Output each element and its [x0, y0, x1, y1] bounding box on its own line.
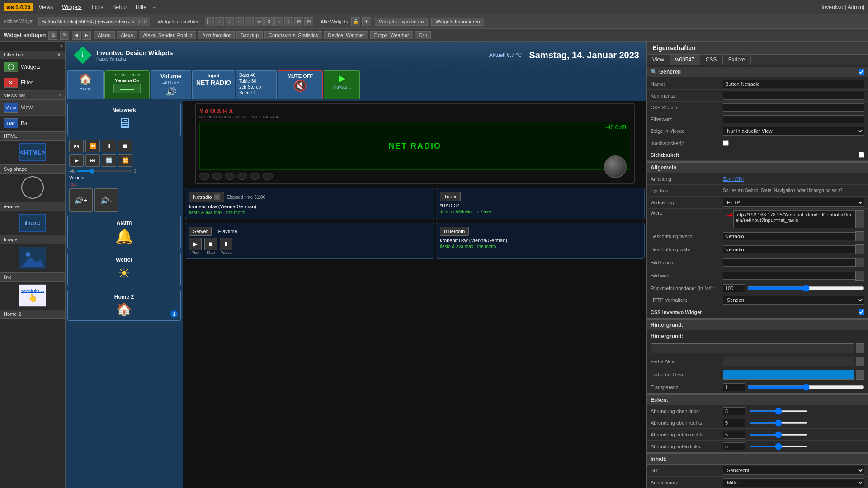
rueckmeldung-input[interactable]	[723, 284, 745, 292]
page-tab-alarm[interactable]: Alarm	[94, 31, 115, 39]
pause-button[interactable]: ⏸	[220, 238, 232, 250]
nav-btn-bass[interactable]: Bass 40 Table 30 2ch Stereo Scene 1	[236, 70, 277, 99]
transparenz-input[interactable]	[723, 383, 745, 391]
page-tab-alexa-sender[interactable]: Alexa_Sender_PopUp	[139, 31, 196, 39]
sidebar-toggle[interactable]: ⊞	[48, 31, 57, 40]
nav-btn-mute[interactable]: MUTE OFF 🔇	[278, 70, 323, 99]
align-btn-11[interactable]: ⊟	[304, 17, 313, 26]
netzwerk-box[interactable]: Netzwerk 🖥	[67, 103, 181, 136]
align-btn-6[interactable]: ⇔	[255, 17, 264, 26]
menu-views[interactable]: Views	[37, 3, 55, 11]
corner-ur-input[interactable]	[723, 431, 745, 439]
alle-lock-btn[interactable]: 🔒	[351, 17, 360, 26]
page-next[interactable]: ▶	[82, 31, 91, 40]
page-tab-dru[interactable]: Dru	[415, 31, 431, 39]
page-tab-corona[interactable]: Coronavirus_Statistics	[264, 31, 322, 39]
yamaha-btn-5[interactable]	[250, 173, 260, 180]
sichtbarkeit-checkbox[interactable]	[859, 152, 864, 158]
tab-css[interactable]: CSS	[700, 55, 723, 65]
tab-w00547[interactable]: w00547	[670, 55, 700, 65]
views-bar-x[interactable]: ×	[59, 93, 61, 98]
align-btn-4[interactable]: ←	[235, 17, 244, 26]
page-tab-device[interactable]: Device_Watcher	[324, 31, 368, 39]
align-btn-3[interactable]: ↓	[225, 17, 234, 26]
transparenz-slider[interactable]	[747, 384, 864, 391]
volume-track[interactable]	[77, 170, 132, 172]
page-tab-backtup[interactable]: Backtup	[236, 31, 263, 39]
page-tab-drops[interactable]: Drops_Weather	[370, 31, 413, 39]
menu-setup[interactable]: Setup	[111, 3, 128, 11]
css-inventwo-checkbox[interactable]	[859, 309, 864, 315]
widget-typ-select[interactable]: HTTP	[723, 198, 864, 207]
aktives-widget-copy[interactable]: ⊙	[136, 19, 140, 24]
bild-falsch-btn[interactable]: ...	[855, 258, 864, 267]
export-button[interactable]: Widgets Exportieren	[375, 18, 428, 26]
corner-or-slider[interactable]	[749, 422, 807, 424]
transport-shuffle[interactable]: 🔀	[118, 154, 132, 167]
filterwort-input[interactable]	[723, 115, 864, 123]
stop-button[interactable]: ⏹	[204, 238, 217, 250]
kommentar-input[interactable]	[723, 92, 864, 100]
farbe-aktiv-swatch[interactable]	[723, 357, 854, 366]
farbe-hover-btn[interactable]: ...	[856, 370, 864, 380]
corner-or-input[interactable]	[723, 419, 745, 427]
sidebar-item-filter[interactable]: ✕ Filter	[0, 75, 65, 91]
farbe-hover-swatch[interactable]	[723, 370, 854, 380]
css-klasse-input[interactable]	[723, 103, 864, 112]
page-tab-alexa[interactable]: Alexa	[117, 31, 137, 39]
nav-btn-volume[interactable]: Volume -40.0 dB 🔊	[151, 70, 191, 99]
alarm-box[interactable]: Alarm 🔔	[67, 216, 181, 249]
ausrichtung-select[interactable]: Mitte	[723, 478, 864, 487]
wetter-box[interactable]: Wetter ☀	[67, 253, 181, 286]
home2-box[interactable]: Home 2 🏠 ℹ	[67, 290, 181, 321]
hintergrund-color-swatch[interactable]	[651, 343, 854, 353]
beschriftung-falsch-input[interactable]	[723, 232, 855, 240]
align-btn-2[interactable]: ↑	[215, 17, 224, 26]
page-tab-anruf[interactable]: Anrufmonitor	[198, 31, 235, 39]
beschr-falsch-btn[interactable]: ...	[855, 231, 864, 241]
volume-thumb[interactable]	[90, 169, 94, 174]
stil-select[interactable]: Senkrecht	[723, 466, 864, 475]
tuner-btn[interactable]: Tuner	[440, 192, 461, 201]
image-icon-item[interactable]	[0, 244, 65, 272]
import-button[interactable]: Widgets Importieren	[431, 18, 484, 26]
http-verhalten-select[interactable]: Senden	[723, 296, 864, 305]
sidebar-view-item[interactable]: View View	[0, 100, 65, 116]
zeige-views-select[interactable]: Nur in aktueller View	[723, 127, 864, 136]
back-button[interactable]: ←	[152, 4, 157, 10]
corner-ul-input[interactable]	[723, 442, 745, 450]
transport-next[interactable]: ⏭	[85, 154, 100, 167]
align-btn-9[interactable]: ↕	[284, 17, 293, 26]
align-btn-8[interactable]: ↔	[274, 17, 283, 26]
nav-btn-yamaha[interactable]: 192.168.178.25 Yamaha On ▬▬▬▬	[104, 70, 150, 99]
nav-btn-home[interactable]: 🏠 Home	[67, 70, 104, 99]
iframe-icon-item[interactable]: iFrame	[0, 211, 65, 235]
align-btn-7[interactable]: ⇕	[264, 17, 274, 26]
yamaha-btn-4[interactable]	[237, 173, 247, 180]
close-x-icon[interactable]: ×	[60, 42, 63, 50]
yamaha-btn-3[interactable]	[225, 173, 235, 180]
inaktiv-checkbox[interactable]	[723, 140, 729, 146]
vol-up-btn[interactable]: 🔊+	[69, 188, 93, 212]
align-btn-1[interactable]: |←	[205, 17, 214, 26]
netradio-btn[interactable]: Netradio ✎	[189, 192, 224, 202]
sidebar-item-widgets[interactable]: ⬡ Widgets	[0, 59, 65, 75]
sidebar-bar-item[interactable]: Bar Bar	[0, 116, 65, 131]
hintergrund-color-btn[interactable]: ...	[856, 343, 864, 353]
beschr-wahr-btn[interactable]: ...	[855, 244, 864, 254]
netradio-edit-icon[interactable]: ✎	[214, 194, 220, 200]
aktives-widget-info[interactable]: ⓘ	[142, 18, 147, 25]
name-input[interactable]	[723, 80, 864, 88]
bild-falsch-input[interactable]	[723, 258, 855, 267]
beschriftung-wahr-input[interactable]	[723, 245, 855, 253]
transport-pause[interactable]: ⏸	[102, 140, 116, 152]
filter-bar-arrow[interactable]: ▼	[57, 52, 61, 57]
server-btn[interactable]: Server	[189, 227, 212, 236]
transport-play[interactable]: ▶	[69, 154, 84, 167]
alle-eye-btn[interactable]: 👁	[362, 17, 371, 26]
bluetooth-btn[interactable]: Bluetooth	[440, 227, 469, 236]
nav-btn-playsta[interactable]: ▶ Playsta...	[324, 70, 360, 99]
bild-wahr-btn[interactable]: ...	[855, 271, 864, 281]
yamaha-btn-1[interactable]	[199, 173, 209, 180]
align-btn-5[interactable]: →	[245, 17, 254, 26]
